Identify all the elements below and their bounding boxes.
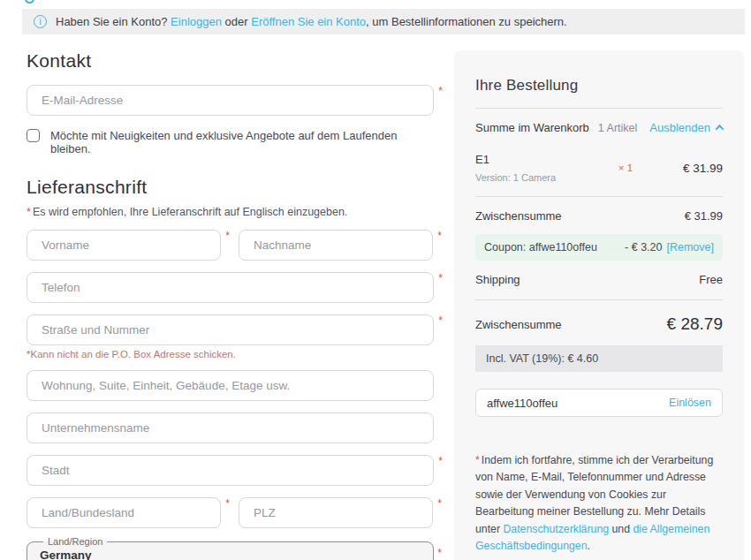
coupon-discount: - € 3.20 <box>625 241 662 254</box>
name-row: * * <box>27 230 436 261</box>
coupon-right: - € 3.20[Remove] <box>625 241 714 254</box>
order-summary-panel: Ihre Bestellung Summe im Warenkorb 1 Art… <box>454 50 744 560</box>
shipping-value: Free <box>699 273 723 286</box>
login-link[interactable]: Einloggen <box>171 15 222 28</box>
required-asterisk: * <box>225 230 230 242</box>
legal-asterisk: * <box>475 454 480 466</box>
legal-period: . <box>587 540 589 552</box>
email-field-wrap: * <box>27 85 434 116</box>
city-wrap: * <box>27 455 434 486</box>
newsletter-checkbox[interactable] <box>27 129 40 142</box>
company-wrap <box>27 412 434 443</box>
country-value: Germany <box>40 549 421 560</box>
required-asterisk: * <box>438 314 443 327</box>
shipping-title: Lieferanschrift <box>27 177 436 198</box>
order-title: Ihre Bestellung <box>475 50 723 95</box>
checkout-page: i Haben Sie ein Konto? Einloggen oder Er… <box>0 0 751 560</box>
zip-input[interactable] <box>239 497 433 528</box>
product-row: E1 Version: 1 Camera × 1 € 31.99 <box>475 153 723 183</box>
product-info: E1 Version: 1 Camera <box>475 153 599 183</box>
street-input[interactable] <box>27 314 434 345</box>
chevron-up-icon <box>716 125 724 133</box>
subtotal-label: Zwischensumme <box>475 209 562 223</box>
applied-coupon-row: Coupon: affwe110offeu - € 3.20[Remove] <box>475 234 723 261</box>
divider <box>475 108 723 109</box>
apartment-wrap <box>27 370 434 401</box>
divider <box>475 196 723 197</box>
total-value: € 28.79 <box>667 314 723 334</box>
city-input[interactable] <box>27 455 434 486</box>
shipping-row: Shipping Free <box>475 273 723 286</box>
required-asterisk: * <box>437 230 442 242</box>
required-asterisk: * <box>438 272 443 284</box>
privacy-link[interactable]: Datenschutzerklärung <box>503 523 609 535</box>
zip-wrap: * <box>239 497 433 528</box>
coupon-label: Coupon: affwe110offeu <box>484 241 597 254</box>
register-link[interactable]: Eröffnen Sie ein Konto <box>251 15 366 28</box>
apartment-input[interactable] <box>27 370 434 401</box>
first-name-input[interactable] <box>27 230 221 261</box>
required-asterisk: * <box>225 497 230 510</box>
state-zip-row: * * <box>27 497 436 528</box>
banner-suffix: , um Bestellinformationen zu speichern. <box>366 15 567 28</box>
hint-asterisk: * <box>27 206 31 218</box>
product-qty: × 1 <box>599 163 652 173</box>
phone-input[interactable] <box>27 272 434 303</box>
cart-sum-row: Summe im Warenkorb 1 Artikel Ausblenden <box>475 121 723 134</box>
redeem-link[interactable]: Einlösen <box>669 397 711 409</box>
checkout-form: Kontakt * Möchte mit Neuigkeiten und exk… <box>27 49 436 560</box>
contact-title: Kontakt <box>27 50 436 72</box>
country-label: Land/Region <box>43 536 107 547</box>
account-banner: i Haben Sie ein Konto? Einloggen oder Er… <box>22 9 745 34</box>
items-count: 1 Artikel <box>598 122 637 134</box>
newsletter-label: Möchte mit Neuigkeiten und exklusive Ang… <box>50 129 436 155</box>
info-icon: i <box>34 15 47 28</box>
shipping-hint: *Es wird empfohlen, Ihre Lieferanschrift… <box>27 206 436 218</box>
hint-text: Es wird empfohlen, Ihre Lieferanschrift … <box>33 206 347 218</box>
country-select[interactable]: Land/Region Germany * <box>27 536 434 560</box>
shipping-label: Shipping <box>475 273 520 286</box>
last-name-wrap: * <box>239 230 433 261</box>
collapse-label: Ausblenden <box>649 121 710 134</box>
coupon-remove-link[interactable]: [Remove] <box>667 241 715 254</box>
email-input[interactable] <box>27 85 434 116</box>
vat-note: Incl. VAT (19%): € 4.60 <box>475 345 723 372</box>
total-label: Zwischensumme <box>475 318 562 331</box>
newsletter-row: Möchte mit Neuigkeiten und exklusive Ang… <box>27 129 436 155</box>
po-box-note: *Kann nicht an die P.O. Box Adresse schi… <box>27 349 436 359</box>
required-asterisk: * <box>438 455 443 467</box>
required-asterisk: * <box>437 497 442 510</box>
legal-text: *Indem ich fortfahre, stimme ich der Ver… <box>475 452 723 556</box>
product-price: € 31.99 <box>652 162 723 175</box>
company-input[interactable] <box>27 412 434 443</box>
banner-middle: oder <box>225 15 248 28</box>
cart-sum-label: Summe im Warenkorb <box>475 121 598 134</box>
coupon-input[interactable] <box>487 397 669 410</box>
subtotal-row: Zwischensumme € 31.99 <box>475 209 723 223</box>
required-asterisk: * <box>437 547 442 559</box>
cutoff-icon <box>25 0 34 4</box>
product-version: Version: 1 Camera <box>475 172 599 183</box>
coupon-input-wrap: Einlösen <box>475 389 723 417</box>
phone-wrap: * <box>27 272 434 303</box>
state-input[interactable] <box>27 497 221 528</box>
product-name: E1 <box>475 153 599 166</box>
legal-und: und <box>609 523 633 535</box>
first-name-wrap: * <box>27 230 221 261</box>
last-name-input[interactable] <box>239 230 433 261</box>
total-row: Zwischensumme € 28.79 <box>475 314 723 334</box>
banner-text: Haben Sie ein Konto? Einloggen oder Eröf… <box>56 15 567 28</box>
divider <box>475 299 723 300</box>
collapse-link[interactable]: Ausblenden <box>649 121 723 134</box>
state-wrap: * <box>27 497 221 528</box>
subtotal-value: € 31.99 <box>685 209 723 223</box>
required-asterisk: * <box>438 85 443 97</box>
banner-prefix: Haben Sie ein Konto? <box>56 15 167 28</box>
street-wrap: * <box>27 314 434 345</box>
